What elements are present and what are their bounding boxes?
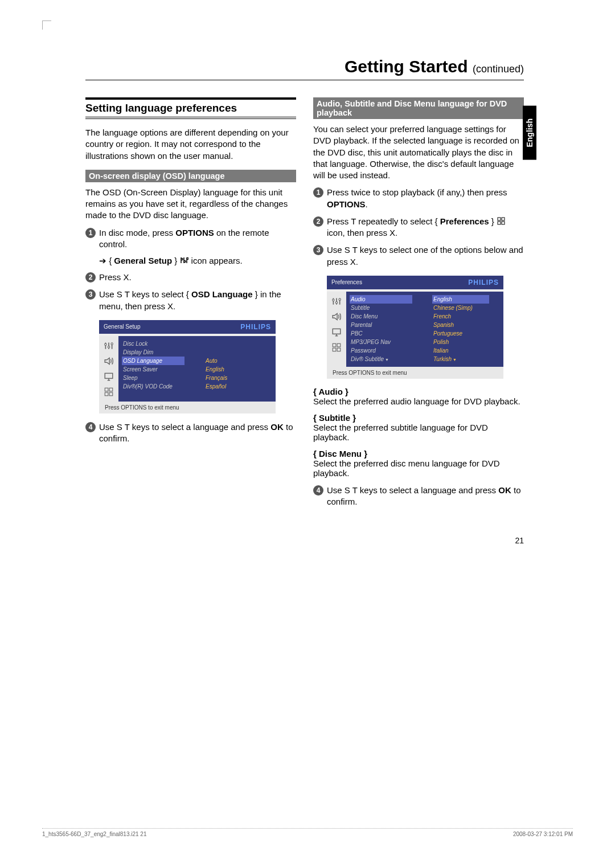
down-arrow-icon: ▼ (453, 358, 457, 362)
right-column: Audio, Subtitle and Disc Menu language f… (313, 97, 524, 513)
step-number-icon: 4 (313, 485, 323, 496)
menu-title: Preferences (331, 279, 362, 285)
svg-rect-7 (109, 392, 113, 396)
menu-title: General Setup (104, 324, 141, 330)
intro-paragraph: The language options are different depen… (85, 127, 296, 162)
menu-option: Français (206, 374, 271, 382)
dvd-step-4: 4 Use S T keys to select a language and … (313, 485, 524, 508)
menu-option: Chinese (Simp) (433, 304, 499, 312)
def-discmenu: { Disc Menu } Select the preferred disc … (313, 449, 524, 478)
svg-rect-17 (337, 343, 341, 347)
menu-item-selected: Audio (350, 295, 412, 304)
menu-item: Div®(R) VOD Code (123, 382, 196, 391)
down-arrow-icon: ▼ (385, 358, 389, 362)
svg-rect-16 (333, 343, 336, 347)
svg-rect-15 (333, 329, 341, 334)
osd-step-4: 4 Use S T keys to select a language and … (85, 421, 296, 445)
def-subtitle: { Subtitle } Select the preferred subtit… (313, 413, 524, 442)
menu-footer: Press OPTIONS to exit menu (99, 402, 276, 413)
sliders-icon (104, 341, 114, 351)
menu-footer: Press OPTIONS to exit menu (327, 367, 503, 379)
footer-timestamp: 2008-03-27 3:12:01 PM (513, 831, 573, 837)
svg-rect-10 (498, 222, 501, 224)
menu-item: Parental (351, 321, 424, 329)
text: Press X. (99, 272, 296, 283)
menu-item: Disc Menu (351, 312, 424, 321)
svg-rect-5 (109, 388, 113, 391)
step-number-icon: 3 (85, 289, 96, 300)
svg-rect-9 (502, 218, 505, 220)
svg-point-2 (111, 343, 113, 345)
dvd-paragraph: You can select your preferred language s… (313, 124, 524, 181)
def-label: { Disc Menu } (313, 449, 524, 458)
def-label: { Audio } (313, 387, 524, 396)
svg-point-0 (105, 343, 106, 345)
osd-subheading: On-screen display (OSD) language (85, 170, 296, 182)
preferences-grid-icon (497, 216, 506, 226)
step-number-icon: 2 (85, 272, 96, 282)
menu-option: Turkish▼ (433, 355, 499, 363)
step-number-icon: 4 (85, 422, 96, 432)
preferences-menu: Preferences PHILIPS Audio Subtitle Disc … (327, 276, 503, 379)
menu-item: Display Dim (123, 348, 196, 357)
svg-rect-18 (333, 348, 336, 351)
menu-option-selected: English (432, 295, 489, 304)
brand-logo: PHILIPS (468, 279, 499, 286)
menu-sidebar-icons (327, 292, 346, 367)
text: In disc mode, press (99, 228, 175, 238)
dvd-step-2: 2 Press T repeatedly to select { Prefere… (313, 216, 524, 239)
dvd-step-1: 1 Press twice to stop playback (if any,)… (313, 187, 524, 210)
svg-point-13 (335, 301, 337, 303)
menu-item: Subtitle (351, 304, 424, 312)
menu-option-list: English Chinese (Simp) French Spanish Po… (429, 292, 503, 367)
speaker-icon (331, 312, 342, 322)
menu-item-selected: OSD Language (122, 357, 184, 365)
osd-step-1: 1 In disc mode, press OPTIONS on the rem… (85, 227, 296, 251)
monitor-icon (104, 371, 114, 382)
svg-rect-19 (337, 348, 341, 351)
svg-rect-4 (105, 388, 108, 391)
menu-option: Español (206, 382, 271, 391)
page-title: Getting Started (continued) (85, 57, 524, 80)
menu-option: Portuguese (433, 329, 499, 338)
section-heading: Setting language preferences (85, 97, 296, 119)
crop-mark (42, 21, 51, 30)
print-footer: 1_hts3565-66D_37_eng2_final813.i21 21 20… (42, 828, 573, 837)
dvd-subheading: Audio, Subtitle and Disc Menu language f… (313, 97, 524, 119)
menu-option: English (206, 365, 271, 374)
menu-option: Spanish (433, 321, 499, 329)
osd-step-3: 3 Use S T keys to select { OSD Language … (85, 289, 296, 312)
svg-rect-6 (105, 392, 108, 396)
menu-item-list: Disc Lock Display Dim OSD Language Scree… (118, 336, 201, 402)
menu-item: Sleep (123, 374, 196, 382)
svg-rect-11 (502, 222, 505, 224)
language-tab: English (523, 106, 536, 160)
page-number: 21 (85, 536, 524, 545)
menu-item: MP3/JPEG Nav (351, 338, 424, 346)
grid-icon (331, 342, 342, 353)
menu-item: Password (351, 346, 424, 355)
def-text: Select the preferred disc menu language … (313, 458, 500, 478)
def-label: { Subtitle } (313, 413, 524, 423)
svg-rect-3 (105, 373, 113, 378)
menu-option: Italian (433, 346, 499, 355)
step-number-icon: 1 (313, 187, 323, 198)
step-number-icon: 1 (85, 228, 96, 238)
svg-point-12 (333, 299, 334, 301)
sliders-icon (331, 296, 342, 306)
menu-option: French (433, 312, 499, 321)
settings-sliders-icon (179, 256, 188, 265)
menu-option: Auto (206, 357, 271, 365)
footer-filename: 1_hts3565-66D_37_eng2_final813.i21 21 (42, 831, 147, 837)
step-number-icon: 2 (313, 216, 323, 227)
left-column: Setting language preferences The languag… (85, 97, 296, 513)
svg-point-14 (339, 298, 341, 300)
svg-point-1 (108, 346, 109, 347)
kw-options: OPTIONS (175, 228, 214, 238)
menu-item-list: Audio Subtitle Disc Menu Parental PBC MP… (346, 292, 429, 367)
grid-icon (104, 387, 114, 397)
dvd-step-3: 3 Use S T keys to select one of the opti… (313, 244, 524, 268)
osd-step-1-result: ➔ { General Setup } icon appears. (99, 256, 296, 266)
text: Use S T keys to select one of the option… (327, 244, 524, 268)
step-number-icon: 3 (313, 245, 323, 255)
